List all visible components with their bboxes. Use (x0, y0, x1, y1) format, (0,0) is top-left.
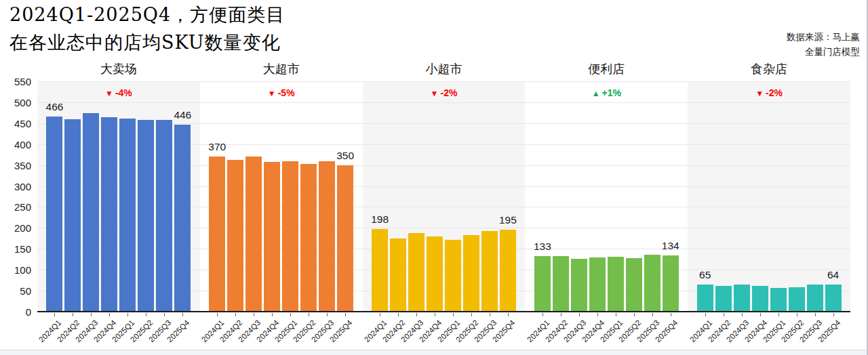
bar-value-label: 65 (699, 269, 711, 281)
x-axis-tick (671, 313, 671, 316)
chart-title-block: 2024Q1-2025Q4，方便面类目 在各业态中的店均SKU数量变化 (9, 5, 285, 51)
y-tick-label: 100 (0, 264, 31, 276)
bar-便利店-2025Q2 (626, 258, 642, 312)
gridline-500 (37, 102, 850, 103)
bar-便利店-2024Q1 (534, 256, 551, 312)
bar-大超市-2025Q1 (282, 161, 298, 312)
change-badge-大超市: ▼-5% (200, 87, 363, 98)
change-badge-便利店: ▲+1% (525, 87, 688, 98)
x-axis-tick (833, 313, 834, 316)
down-triangle-icon: ▼ (431, 89, 439, 98)
x-axis-tick (471, 313, 472, 316)
bar-小超市-2025Q4 (500, 230, 516, 312)
x-axis-tick (778, 313, 779, 316)
change-percent-label: +1% (602, 87, 621, 98)
change-percent-label: -5% (278, 87, 295, 98)
y-tick-label: 250 (0, 201, 31, 213)
x-axis-tick (127, 313, 128, 316)
x-axis-tick (508, 313, 509, 316)
bar-大超市-2025Q4 (337, 165, 353, 312)
data-source-note: 数据来源：马上赢 全量门店模型 (787, 30, 860, 59)
x-axis-tick (91, 313, 92, 316)
bar-小超市-2024Q3 (408, 233, 425, 312)
x-axis-tick (760, 313, 761, 316)
chart-title-line-1: 2024Q1-2025Q4，方便面类目 (9, 5, 285, 24)
x-axis-tick (435, 313, 435, 316)
x-axis-tick (453, 313, 454, 316)
y-tick-label: 300 (0, 180, 31, 192)
change-badge-小超市: ▼-2% (363, 87, 526, 98)
bar-小超市-2024Q2 (390, 238, 406, 312)
bar-大卖场-2025Q1 (119, 119, 136, 312)
bar-value-label: 195 (499, 214, 517, 226)
x-axis-tick (597, 313, 598, 316)
down-triangle-icon: ▼ (755, 89, 764, 98)
x-axis-tick (398, 313, 399, 316)
y-tick-label: 150 (0, 243, 31, 255)
x-axis-tick (542, 313, 543, 316)
x-axis-tick (290, 313, 291, 316)
bar-食杂店-2024Q3 (734, 285, 750, 312)
bar-便利店-2025Q3 (644, 255, 660, 312)
x-axis-tick (490, 313, 490, 316)
y-tick-label: 50 (0, 285, 31, 297)
down-triangle-icon: ▼ (105, 89, 113, 98)
bar-大卖场-2025Q4 (174, 125, 191, 312)
x-axis-tick (309, 313, 309, 316)
bar-小超市-2025Q2 (463, 235, 479, 312)
y-tick-label: 400 (0, 138, 31, 150)
bar-大卖场-2025Q2 (138, 120, 154, 312)
x-axis-tick (616, 313, 616, 316)
bar-便利店-2024Q3 (571, 259, 587, 312)
y-tick-label: 550 (0, 76, 31, 87)
bar-大超市-2024Q4 (264, 162, 280, 312)
change-percent-label: -2% (766, 87, 783, 98)
panel-title-小超市: 小超市 (363, 61, 526, 77)
x-axis-tick (416, 313, 417, 316)
change-percent-label: -2% (440, 87, 457, 98)
y-tick-label: 350 (0, 159, 31, 171)
x-axis-tick (73, 313, 73, 316)
y-tick-label: 200 (0, 222, 31, 234)
down-triangle-icon: ▼ (268, 89, 276, 98)
bar-大超市-2024Q2 (227, 160, 243, 312)
x-axis-tick (217, 313, 218, 316)
bar-value-label: 370 (208, 141, 226, 153)
gridline-550 (37, 81, 850, 82)
bar-大超市-2024Q1 (209, 156, 225, 312)
sku-bar-chart: 050100150200250300350400450500550大卖场▼-4%… (0, 0, 868, 355)
x-axis-tick (254, 313, 254, 316)
bar-便利店-2024Q4 (589, 257, 606, 312)
bar-大卖场-2025Q3 (156, 120, 172, 312)
y-tick-label: 450 (0, 117, 31, 129)
chart-title-line-2: 在各业态中的店均SKU数量变化 (9, 33, 285, 51)
x-axis-line (37, 311, 850, 312)
bar-value-label: 64 (827, 269, 839, 281)
panel-title-便利店: 便利店 (525, 61, 688, 77)
x-axis-tick (272, 313, 273, 316)
x-axis-tick (724, 313, 724, 316)
bar-大超市-2024Q3 (245, 156, 262, 312)
x-axis-tick (164, 313, 165, 316)
window-bottom-edge (0, 350, 868, 355)
bar-大卖场-2024Q4 (101, 117, 117, 312)
x-axis-tick (579, 313, 580, 316)
bar-食杂店-2024Q4 (752, 286, 768, 312)
bar-便利店-2024Q2 (553, 256, 569, 312)
x-axis-tick (652, 313, 653, 316)
change-percent-label: -4% (115, 87, 132, 98)
panel-title-食杂店: 食杂店 (688, 61, 850, 77)
data-source-line-1: 数据来源：马上赢 (787, 30, 860, 45)
x-axis-tick (182, 313, 183, 316)
bar-便利店-2025Q1 (608, 257, 624, 312)
bar-value-label: 134 (662, 240, 679, 252)
bar-食杂店-2025Q3 (807, 285, 823, 312)
bar-大卖场-2024Q1 (46, 117, 62, 312)
x-axis-tick (54, 313, 55, 316)
bar-大超市-2025Q2 (300, 164, 317, 312)
bar-食杂店-2025Q4 (825, 285, 842, 312)
bar-value-label: 350 (336, 150, 354, 162)
panel-background-食杂店 (688, 81, 850, 312)
bar-value-label: 446 (174, 109, 191, 121)
x-axis-tick (742, 313, 743, 316)
